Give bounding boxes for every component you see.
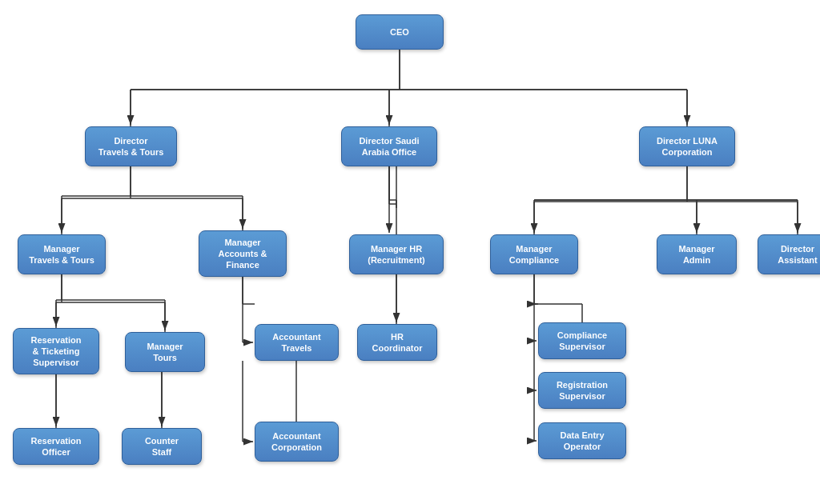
node-mgr-travels: ManagerTravels & Tours [18,234,106,274]
node-dir-assistant: DirectorAssistant [758,234,820,274]
node-ceo: CEO [356,14,444,50]
node-reservation-officer: ReservationOfficer [13,428,99,465]
node-data-entry: Data EntryOperator [538,422,626,459]
node-compliance-sup: ComplianceSupervisor [538,322,626,359]
node-registration-sup: RegistrationSupervisor [538,372,626,409]
node-mgr-tours: ManagerTours [125,332,205,372]
node-hr-coordinator: HRCoordinator [357,324,437,361]
node-accountant-travels: AccountantTravels [255,324,339,361]
node-counter-staff: CounterStaff [122,428,202,465]
node-mgr-accounts: ManagerAccounts &Finance [199,230,287,277]
node-dir-luna: Director LUNACorporation [639,126,735,166]
node-res-ticketing-sup: Reservation& TicketingSupervisor [13,328,99,374]
node-mgr-hr: Manager HR(Recruitment) [349,234,444,274]
node-dir-saudi: Director SaudiArabia Office [341,126,437,166]
org-chart: CEO DirectorTravels & Tours Director Sau… [0,0,820,504]
node-mgr-admin: ManagerAdmin [657,234,737,274]
node-accountant-corp: AccountantCorporation [255,422,339,462]
node-mgr-compliance: ManagerCompliance [490,234,578,274]
node-dir-travels: DirectorTravels & Tours [85,126,177,166]
